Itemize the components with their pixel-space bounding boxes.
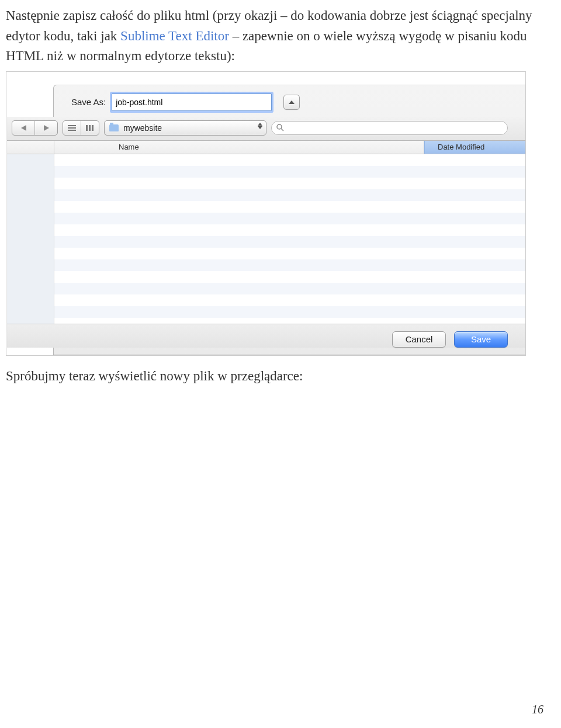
save-dialog-screenshot: Save As:: [6, 71, 526, 356]
svg-point-11: [277, 124, 282, 129]
columns-icon: [86, 125, 94, 131]
svg-marker-9: [258, 123, 262, 126]
view-list-button[interactable]: [63, 121, 81, 135]
file-list-body: [7, 154, 525, 324]
svg-rect-6: [86, 125, 88, 131]
column-date-header[interactable]: Date Modified: [424, 141, 525, 154]
triangle-right-icon: [44, 125, 49, 131]
save-as-label: Save As:: [71, 97, 106, 107]
disclosure-button[interactable]: [283, 95, 300, 110]
search-field[interactable]: [271, 121, 508, 135]
search-icon: [276, 124, 284, 131]
list-icon: [68, 125, 76, 131]
paragraph-2: Spróbujmy teraz wyświetlić nowy plik w p…: [6, 366, 543, 387]
paragraph-1: Następnie zapisz całość do pliku html (p…: [6, 6, 543, 67]
svg-marker-2: [44, 125, 49, 131]
folder-icon: [109, 124, 119, 131]
svg-rect-7: [89, 125, 91, 131]
page-number: 16: [532, 703, 543, 716]
cancel-button[interactable]: Cancel: [392, 331, 446, 348]
file-browser: Name Date Modified: [7, 141, 525, 324]
folder-name: mywebsite: [123, 123, 162, 133]
view-mode-group[interactable]: [63, 120, 99, 136]
triangle-left-icon: [21, 125, 26, 131]
svg-rect-5: [68, 130, 76, 131]
file-list-header: Name Date Modified: [7, 141, 525, 154]
sublime-link[interactable]: Sublime Text Editor: [120, 29, 229, 43]
nav-back-button[interactable]: [12, 121, 35, 135]
view-column-button[interactable]: [81, 121, 99, 135]
svg-marker-1: [21, 125, 26, 131]
svg-marker-0: [289, 100, 295, 104]
svg-line-12: [281, 129, 283, 131]
folder-dropdown[interactable]: mywebsite: [104, 120, 266, 136]
updown-icon: [258, 123, 262, 129]
svg-rect-3: [68, 125, 76, 126]
column-name-header[interactable]: Name: [54, 141, 424, 154]
save-as-input[interactable]: [112, 93, 272, 111]
triangle-up-icon: [289, 100, 295, 104]
svg-rect-8: [92, 125, 94, 131]
nav-forward-button[interactable]: [35, 121, 57, 135]
nav-back-forward[interactable]: [12, 120, 58, 136]
svg-marker-10: [258, 126, 262, 129]
sidebar-panel: [7, 154, 54, 324]
save-button[interactable]: Save: [454, 331, 508, 348]
svg-rect-4: [68, 127, 76, 129]
